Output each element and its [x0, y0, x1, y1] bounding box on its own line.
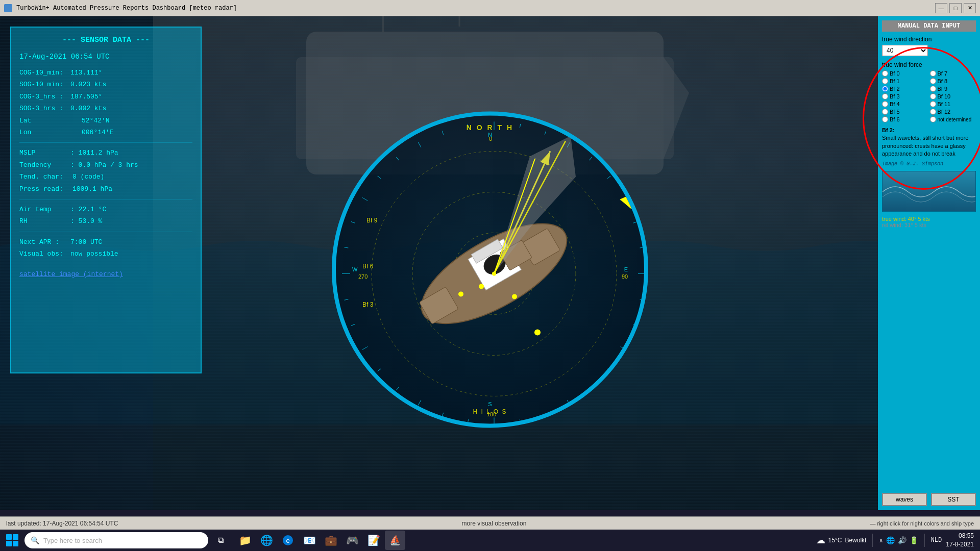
wind-direction-select[interactable]: 40 0102030 5060708090	[882, 45, 928, 56]
bf3-radio[interactable]	[882, 93, 888, 99]
bf9-option: Bf 9	[930, 86, 976, 92]
task-view-icon: ⧉	[218, 536, 224, 545]
unknown-app1-button[interactable]: 💼	[321, 531, 341, 550]
bf6-radio[interactable]	[882, 116, 888, 122]
lat-row: Lat 52°42'N	[19, 115, 192, 127]
wind-direction-label: true wind direction	[882, 36, 976, 43]
cog-10-label: COG-10_min:	[19, 67, 70, 79]
satellite-link[interactable]: satellite image (internet)	[19, 270, 123, 278]
bf-desc-text: Small wavelets, still short but more pro…	[882, 135, 968, 157]
manual-data-panel: MANUAL DATA INPUT true wind direction 40…	[878, 16, 980, 510]
task-view-button[interactable]: ⧉	[210, 531, 231, 550]
east-mark: E	[624, 266, 628, 272]
bf9-radio[interactable]	[930, 86, 936, 92]
tendency-value: : 0.0 hPa / 3 hrs	[70, 159, 138, 171]
svg-line-33	[442, 413, 444, 417]
turbowin-button[interactable]: ⛵	[385, 531, 405, 550]
svg-line-24	[633, 221, 638, 223]
svg-line-27	[633, 324, 638, 326]
next-apr-value: 7:00 UTC	[70, 236, 102, 248]
svg-line-20	[520, 124, 520, 128]
status-right: — right click for night colors and ship …	[864, 520, 980, 527]
svg-line-22	[589, 157, 592, 160]
title-bar: TurboWin+ Automated Pressure Reports Das…	[0, 0, 980, 16]
clock-time: 08:55	[946, 532, 974, 540]
app-icon	[4, 4, 12, 12]
outlook-button[interactable]: 📧	[299, 531, 320, 550]
svg-line-32	[468, 419, 468, 423]
start-button[interactable]	[2, 531, 22, 550]
clock-divider	[924, 534, 925, 547]
tray-divider	[872, 534, 873, 547]
svg-point-69	[534, 329, 541, 335]
svg-point-66	[492, 271, 496, 276]
svg-text:Bf 3: Bf 3	[362, 301, 374, 308]
svg-line-40	[378, 176, 381, 179]
maximize-button[interactable]: □	[949, 3, 962, 13]
lon-value: 006°14'E	[70, 127, 113, 138]
svg-line-19	[418, 142, 421, 147]
mslp-label: MSLP	[19, 147, 70, 159]
close-button[interactable]: ✕	[964, 3, 976, 13]
bf8-option: Bf 8	[930, 78, 976, 84]
bf11-radio[interactable]	[930, 101, 936, 107]
word-button[interactable]: 📝	[363, 531, 384, 550]
cog-3-label: COG-3_hrs :	[19, 91, 70, 103]
chevron-up-icon[interactable]: ∧	[879, 537, 883, 544]
bf7-radio[interactable]	[930, 70, 936, 77]
bottom-buttons: waves SST	[882, 493, 976, 506]
compass-svg: 0 90 180 270 Bf 9 Bf 6 Bf 3 Bf 3 Bf 6 Bf…	[336, 115, 648, 428]
taskbar-search-bar[interactable]: 🔍 Type here to search	[24, 532, 208, 548]
bf11-option: Bf 11	[930, 101, 976, 107]
bf2-label: Bf 2	[890, 86, 900, 92]
rh-row: RH : 53.0 %	[19, 215, 192, 227]
main-content: --- SENSOR DATA --- 17-Aug-2021 06:54 UT…	[0, 16, 980, 510]
svg-text:Bf 9: Bf 9	[366, 217, 378, 224]
bf10-label: Bf 10	[938, 93, 951, 99]
edge-button[interactable]: e	[278, 531, 298, 550]
compass-south: H I L O S	[473, 408, 507, 415]
file-explorer-icon: 📁	[239, 534, 252, 547]
sst-button[interactable]: SST	[931, 493, 976, 506]
bf1-radio[interactable]	[882, 78, 888, 84]
bf2-radio[interactable]	[882, 86, 888, 92]
waves-button[interactable]: waves	[882, 493, 927, 506]
notdet-radio[interactable]	[930, 116, 936, 122]
bf12-radio[interactable]	[930, 109, 936, 115]
weather-temp: 15°C	[828, 537, 842, 544]
manual-data-header: MANUAL DATA INPUT	[882, 20, 976, 32]
bf0-radio[interactable]	[882, 70, 888, 77]
bf4-option: Bf 4	[882, 101, 928, 107]
next-apr-label: Next APR :	[19, 236, 70, 248]
edge-icon: e	[282, 535, 293, 546]
press-read-value: 1009.1 hPa	[70, 183, 112, 195]
cog-10-row: COG-10_min: 113.111°	[19, 67, 192, 79]
bf4-label: Bf 4	[890, 101, 900, 107]
weather-desc: Bewolkt	[845, 537, 866, 544]
minimize-button[interactable]: —	[935, 3, 947, 13]
battery-icon: 🔋	[910, 536, 918, 545]
bf3-label: Bf 3	[890, 93, 900, 99]
tend-char-row: Tend. char: 0 (code)	[19, 171, 192, 183]
compass-north: N O R T H	[467, 123, 513, 132]
svg-line-15	[418, 400, 421, 405]
bf8-radio[interactable]	[930, 78, 936, 84]
bf4-radio[interactable]	[882, 101, 888, 107]
svg-line-29	[589, 387, 592, 390]
unknown-app2-button[interactable]: 🎮	[342, 531, 362, 550]
lat-label: Lat	[19, 115, 70, 127]
taskbar-right: ☁ 15°C Bewolkt ∧ 🌐 🔊 🔋 NLD 08:55 17-8-20…	[816, 532, 978, 549]
clock-area[interactable]: 08:55 17-8-2021	[946, 532, 974, 549]
bf9-label: Bf 9	[938, 86, 948, 92]
weather-area: ☁ 15°C Bewolkt	[816, 535, 867, 546]
sog-3-label: SOG-3_hrs :	[19, 103, 70, 114]
chrome-icon: 🌐	[260, 534, 273, 547]
bf10-radio[interactable]	[930, 93, 936, 99]
title-bar-buttons: — □ ✕	[935, 3, 976, 13]
bf7-option: Bf 7	[930, 70, 976, 77]
bf5-radio[interactable]	[882, 109, 888, 115]
network-icon: 🌐	[886, 536, 895, 545]
chrome-button[interactable]: 🌐	[256, 531, 277, 550]
file-explorer-button[interactable]: 📁	[235, 531, 255, 550]
windows-logo-icon	[6, 534, 18, 546]
